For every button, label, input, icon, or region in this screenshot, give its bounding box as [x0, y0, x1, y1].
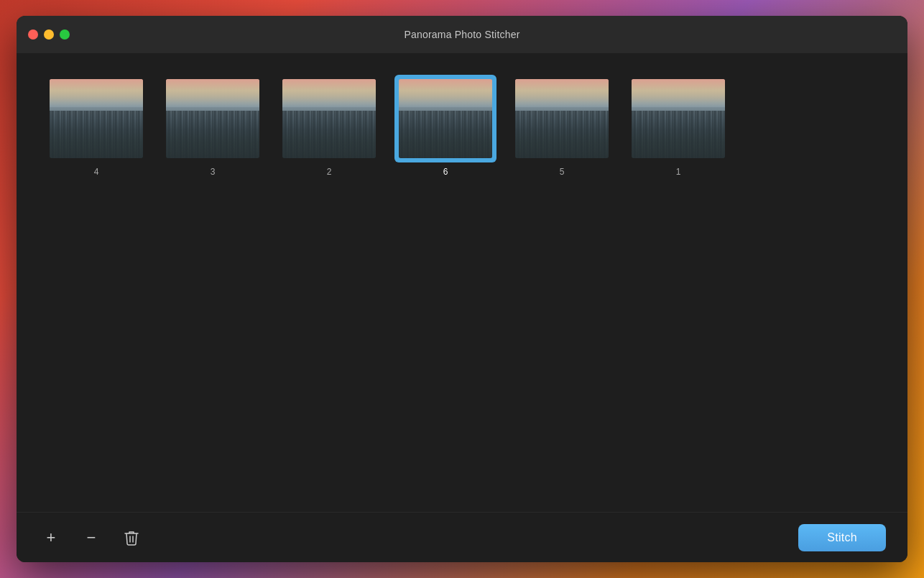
toolbar: + − Stitch: [17, 512, 907, 562]
photo-thumb-3: [166, 79, 259, 158]
city-image-2: [282, 79, 376, 158]
city-image-4: [50, 79, 143, 158]
list-item[interactable]: 5: [511, 75, 613, 177]
photo-wrapper-2: [278, 75, 380, 162]
maximize-button[interactable]: [60, 29, 70, 40]
city-image-1: [632, 79, 725, 158]
photo-label-6: 6: [443, 167, 448, 177]
photo-label-3: 3: [211, 167, 216, 177]
toolbar-left: + −: [38, 525, 798, 551]
window-title: Panorama Photo Stitcher: [404, 29, 519, 40]
photo-wrapper-6: [394, 75, 496, 162]
photo-label-4: 4: [94, 167, 99, 177]
photo-wrapper-3: [162, 75, 264, 162]
list-item[interactable]: 3: [162, 75, 264, 177]
photo-thumb-1: [632, 79, 725, 158]
add-button[interactable]: +: [38, 525, 64, 551]
close-button[interactable]: [28, 29, 38, 40]
photo-wrapper-1: [627, 75, 729, 162]
photo-label-1: 1: [676, 167, 681, 177]
photo-wrapper-4: [45, 75, 147, 162]
list-item[interactable]: 6: [394, 75, 496, 177]
photo-thumb-4: [50, 79, 143, 158]
content-area: 4 3 2: [17, 53, 907, 512]
list-item[interactable]: 4: [45, 75, 147, 177]
photo-wrapper-5: [511, 75, 613, 162]
minimize-button[interactable]: [44, 29, 54, 40]
photo-thumb-6: [399, 79, 492, 158]
photo-thumb-2: [282, 79, 376, 158]
city-image-6: [399, 79, 492, 158]
list-item[interactable]: 2: [278, 75, 380, 177]
window-controls: [28, 29, 70, 40]
photo-grid: 4 3 2: [45, 75, 879, 177]
titlebar: Panorama Photo Stitcher: [17, 16, 907, 53]
delete-button[interactable]: [119, 525, 144, 551]
list-item[interactable]: 1: [627, 75, 729, 177]
photo-thumb-5: [515, 79, 609, 158]
city-image-3: [166, 79, 259, 158]
photo-label-2: 2: [327, 167, 332, 177]
stitch-button[interactable]: Stitch: [798, 524, 886, 551]
remove-button[interactable]: −: [78, 525, 104, 551]
app-window: Panorama Photo Stitcher 4: [17, 16, 907, 562]
city-image-5: [515, 79, 609, 158]
photo-label-5: 5: [560, 167, 565, 177]
